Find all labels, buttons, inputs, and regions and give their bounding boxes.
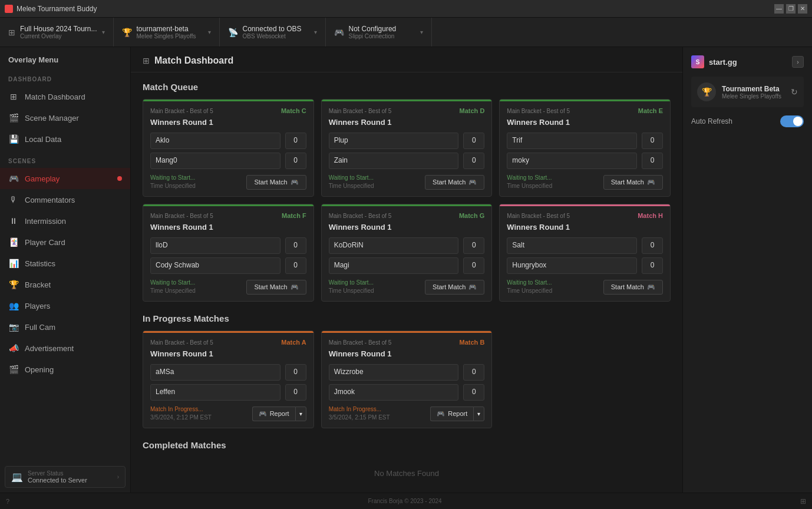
match-id: Match H (638, 212, 663, 219)
player1-score: 0 (285, 133, 306, 149)
in-progress-grid: Main Bracket - Best of 5 Match A Winners… (143, 330, 671, 428)
sidebar-label: Commentators (25, 196, 122, 204)
sidebar: Overlay Menu DASHBOARD ⊞ Match Dashboard… (0, 47, 131, 493)
player1-name: Trif (507, 133, 637, 149)
rp-tournament-text: Tournament Beta Melee Singles Playoffs (722, 85, 785, 100)
restore-button[interactable]: ❐ (786, 4, 796, 14)
sidebar-label: Bracket (25, 280, 122, 289)
match-round: Main Bracket - Best of 5 (150, 339, 213, 346)
statusbar-left: ? (6, 498, 9, 505)
server-icon: 💻 (11, 471, 23, 482)
rp-expand-button[interactable]: › (792, 56, 804, 68)
topbar-item[interactable]: 🏆 tournament-beta Melee Singles Playoffs… (114, 18, 220, 47)
rp-auto-refresh-label: Auto Refresh (691, 117, 774, 125)
app-title: Melee Tournament Buddy (16, 5, 774, 13)
topbar: ⊞ Full House 2024 Tourn... Current Overl… (0, 18, 812, 47)
status-text: Waiting to Start... (150, 174, 196, 182)
match-status: Waiting to Start... Time Unspecified (507, 279, 552, 295)
auto-refresh-toggle[interactable] (780, 115, 804, 127)
match-card: Main Bracket - Best of 5 Match B Winners… (321, 330, 493, 428)
report-dropdown-button[interactable]: ▾ (295, 406, 306, 421)
player1-score: 0 (642, 133, 663, 149)
sidebar-icon: 📣 (8, 343, 19, 353)
match-footer: Waiting to Start... Time Unspecified Sta… (329, 279, 485, 295)
minimize-button[interactable]: — (774, 4, 784, 14)
sidebar-label: Match Dashboard (25, 92, 122, 101)
start-match-icon: 🎮 (647, 179, 655, 186)
report-button[interactable]: 🎮 Report (430, 406, 473, 421)
player2-row: Mang0 0 (150, 153, 306, 169)
sidebar-item-player-card[interactable]: 🃏 Player Card (0, 232, 130, 253)
server-status-bar[interactable]: 💻 Server Status Connected to Server › (5, 466, 126, 488)
sidebar-item-players[interactable]: 👥 Players (0, 295, 130, 316)
active-indicator (117, 176, 122, 181)
sidebar-item-match-dashboard[interactable]: ⊞ Match Dashboard (0, 86, 130, 107)
player2-name: moky (507, 153, 637, 169)
player2-score: 0 (463, 257, 484, 274)
player2-score: 0 (642, 257, 663, 274)
player2-name: Hungrybox (507, 257, 637, 274)
sidebar-label: Gameplay (25, 174, 111, 183)
match-status: Match In Progress... 3/5/2024, 2:15 PM E… (329, 405, 390, 422)
player1-score: 0 (463, 133, 484, 149)
sidebar-item-advertisement[interactable]: 📣 Advertisement (0, 338, 130, 359)
player1-name: Plup (329, 133, 459, 149)
sidebar-item-gameplay[interactable]: 🎮 Gameplay (0, 168, 130, 189)
start-match-button[interactable]: Start Match 🎮 (425, 280, 484, 295)
sidebar-item-bracket[interactable]: 🏆 Bracket (0, 274, 130, 295)
match-id: Match G (459, 212, 484, 219)
report-dropdown-button[interactable]: ▾ (473, 406, 484, 421)
topbar-item[interactable]: 🎮 Not Configured Slippi Connection ▾ (326, 18, 432, 47)
sidebar-item-statistics[interactable]: 📊 Statistics (0, 253, 130, 274)
start-match-button[interactable]: Start Match 🎮 (246, 280, 306, 295)
match-card: Main Bracket - Best of 5 Match G Winners… (321, 204, 493, 302)
sidebar-item-intermission[interactable]: ⏸ Intermission (0, 210, 130, 232)
match-card: Main Bracket - Best of 5 Match C Winners… (143, 99, 314, 197)
start-match-button[interactable]: Start Match 🎮 (246, 175, 306, 190)
sidebar-item-scene-manager[interactable]: 🎬 Scene Manager (0, 107, 130, 128)
report-button[interactable]: 🎮 Report (252, 406, 295, 421)
topbar-text: Not Configured Slippi Connection (349, 25, 415, 39)
overlay-menu-label: Overlay Menu (0, 47, 130, 68)
start-match-button[interactable]: Start Match 🎮 (603, 175, 663, 190)
rp-refresh-button[interactable]: ↻ (791, 87, 798, 97)
help-icon[interactable]: ? (6, 498, 9, 505)
player2-name: Leffen (150, 384, 280, 401)
topbar-item[interactable]: 📡 Connected to OBS OBS Websocket ▾ (220, 18, 326, 47)
close-button[interactable]: ✕ (798, 4, 807, 14)
player1-name: Aklo (150, 133, 280, 149)
sidebar-item-local-data[interactable]: 💾 Local Data (0, 128, 130, 150)
sidebar-label: Players (25, 302, 122, 310)
topbar-item[interactable]: ⊞ Full House 2024 Tourn... Current Overl… (0, 18, 114, 47)
start-match-button[interactable]: Start Match 🎮 (603, 280, 663, 295)
match-footer: Waiting to Start... Time Unspecified Sta… (150, 174, 306, 190)
match-status: Match In Progress... 3/5/2024, 2:12 PM E… (150, 405, 212, 422)
content-header: ⊞ Match Dashboard (131, 47, 682, 72)
sidebar-item-full-cam[interactable]: 📷 Full Cam (0, 316, 130, 338)
match-card-body: Main Bracket - Best of 5 Match F Winners… (143, 206, 313, 301)
match-round: Main Bracket - Best of 5 (507, 213, 570, 219)
window-controls: — ❐ ✕ (774, 4, 807, 14)
match-card: Main Bracket - Best of 5 Match H Winners… (499, 204, 671, 302)
server-status-value: Connected to Server (28, 477, 87, 484)
sidebar-item-commentators[interactable]: 🎙 Commentators (0, 189, 130, 210)
app-icon (5, 5, 13, 13)
match-id: Match C (281, 107, 306, 114)
sidebar-label: Player Card (25, 238, 122, 247)
match-card: Main Bracket - Best of 5 Match F Winners… (143, 204, 314, 302)
sidebar-items-container: DASHBOARD ⊞ Match Dashboard 🎬 Scene Mana… (0, 68, 130, 380)
sidebar-icon: 🏆 (8, 280, 19, 289)
match-header: Main Bracket - Best of 5 Match B (329, 339, 485, 346)
match-id: Match A (281, 339, 306, 346)
player2-score: 0 (285, 257, 306, 274)
content-body: Match Queue Main Bracket - Best of 5 Mat… (131, 72, 682, 493)
player1-name: lloD (150, 237, 280, 254)
match-header: Main Bracket - Best of 5 Match C (150, 107, 306, 114)
match-footer: Match In Progress... 3/5/2024, 2:12 PM E… (150, 405, 306, 422)
report-icon: 🎮 (437, 410, 445, 418)
report-icon: 🎮 (259, 410, 267, 418)
startgg-logo: S (691, 55, 704, 68)
sidebar-item-opening[interactable]: 🎬 Opening (0, 359, 130, 380)
start-match-button[interactable]: Start Match 🎮 (425, 175, 484, 190)
match-footer: Waiting to Start... Time Unspecified Sta… (150, 279, 306, 295)
